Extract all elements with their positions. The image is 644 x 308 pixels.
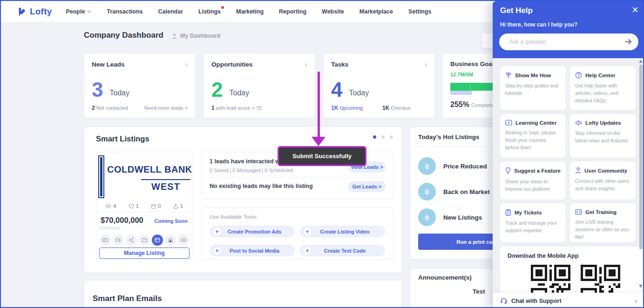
send-icon[interactable] — [624, 38, 632, 45]
help-circle-icon — [575, 72, 582, 79]
get-leads-button[interactable]: Get Leads > — [348, 181, 386, 192]
text-code-icon[interactable] — [178, 234, 189, 246]
tasks-value: 4 — [331, 80, 342, 99]
no-leads-text: No existing leads may like this listing — [210, 183, 313, 189]
my-tickets-card[interactable]: My Tickets Track and manage your support… — [500, 203, 566, 242]
learning-center-card[interactable]: Learning Center Retiring in Sept, please… — [500, 114, 566, 158]
hot-listings-title: Today's Hot Listings — [418, 134, 479, 141]
listing-photo[interactable]: COLDWELL BANKER WEST — [96, 152, 192, 201]
carousel-dot-1[interactable] — [373, 135, 376, 139]
nav-item-marketplace[interactable]: Marketplace — [359, 8, 393, 15]
share-social-icon[interactable] — [126, 234, 137, 246]
open-house-icon[interactable] — [165, 234, 176, 246]
count-badge: 0 — [418, 183, 436, 201]
nav-item-settings[interactable]: Settings — [408, 8, 431, 15]
user-community-card[interactable]: User Community Connect with other users … — [570, 161, 636, 200]
heart-icon — [129, 204, 134, 209]
annotation-arrow-line — [318, 72, 320, 138]
coldwell-logo-bar — [98, 155, 104, 198]
need-more-leads-link[interactable]: Need more leads > — [144, 105, 188, 111]
listing-video-icon[interactable] — [113, 234, 124, 246]
carousel-dot-2[interactable] — [381, 135, 385, 139]
clipboard-icon — [505, 209, 511, 216]
app-window: Lofty People Transactions Calendar Listi… — [0, 0, 644, 308]
lightbulb-icon — [505, 167, 511, 174]
my-dashboard-toggle[interactable]: My Dashboard — [171, 33, 220, 39]
nav-item-website[interactable]: Website — [322, 8, 344, 15]
back-on-market-row[interactable]: 0 Back on Market — [418, 183, 490, 201]
count-badge: 0 — [418, 157, 436, 175]
scrollbar-up-arrow[interactable] — [639, 60, 643, 63]
nav-item-marketing[interactable]: Marketing — [236, 8, 264, 15]
nav-item-calendar[interactable]: Calendar — [158, 8, 183, 15]
listing-brand-line2: WEST — [141, 179, 190, 192]
help-center-card[interactable]: Help Center Get help faster with article… — [570, 66, 636, 110]
chevron-right-icon: › — [185, 60, 188, 68]
speaker-icon — [575, 120, 582, 126]
user-icon — [575, 167, 581, 174]
chat-support-label: Chat with Support — [511, 298, 562, 304]
post-to-social-media-button[interactable]: +Post to Social Media — [210, 245, 295, 256]
scrollbar-thumb[interactable] — [639, 65, 643, 249]
chevron-right-icon: › — [424, 60, 427, 68]
nav-item-listings[interactable]: Listings — [198, 8, 221, 15]
help-greeting: Hi there, how can I help you? — [500, 21, 577, 28]
nav-item-people[interactable]: People — [66, 8, 91, 15]
scrollbar-down-arrow[interactable] — [639, 285, 643, 288]
upcoming-link[interactable]: Upcoming — [339, 105, 363, 111]
notification-dot — [221, 6, 224, 9]
chevron-right-icon: › — [305, 60, 307, 68]
new-leads-value: 3 — [92, 80, 103, 99]
suggest-feature-card[interactable]: Suggest a Feature Share your ideas to im… — [500, 161, 566, 200]
announcement-item[interactable]: Test — [473, 288, 485, 295]
smart-plan-emails-title: Smart Plan Emails — [93, 294, 162, 303]
lofty-brand[interactable]: Lofty — [17, 7, 52, 17]
lofty-updates-card[interactable]: Lofty Updates Stay informed on the lates… — [570, 114, 636, 158]
plus-icon: + — [304, 228, 311, 235]
nav-items: People Transactions Calendar Listings Ma… — [66, 8, 431, 15]
card-title: Tasks — [331, 61, 348, 68]
close-icon[interactable]: × — [632, 3, 638, 17]
folder-icon[interactable] — [139, 234, 150, 246]
signpost-icon — [505, 72, 512, 79]
overdue-link[interactable]: Overdue — [391, 105, 410, 111]
nav-item-reporting[interactable]: Reporting — [279, 8, 306, 15]
annotation-arrow-head — [312, 137, 325, 146]
plus-icon: + — [213, 228, 221, 235]
manage-listing-button[interactable]: Manage Listing — [99, 248, 190, 259]
chevron-down-icon — [87, 10, 91, 13]
new-leads-card[interactable]: New Leads› 3Today 2 Not contacted Need m… — [84, 53, 196, 118]
card-title: Opportunities — [211, 61, 253, 68]
opportunities-card[interactable]: Opportunities› 2Today 1 with lead score … — [203, 53, 315, 118]
get-help-title: Get Help — [500, 6, 533, 15]
ask-question-input[interactable] — [509, 33, 621, 50]
price-reduced-row[interactable]: 0 Price Reduced — [418, 157, 487, 175]
training-card-icon — [575, 209, 582, 215]
ask-question-field — [499, 33, 638, 50]
get-training-card[interactable]: Get Training Join LIVE training sessions… — [570, 203, 636, 242]
submit-success-toast: Submit Successfully — [278, 146, 366, 166]
tools-label: Use Available Tools: — [210, 214, 258, 220]
listing-card-icon-active[interactable] — [152, 234, 163, 246]
listing-card: COLDWELL BANKER WEST 4 1 0 1 $70,000,000… — [96, 152, 192, 260]
listing-skeleton-bar — [98, 227, 121, 230]
tasks-card[interactable]: Tasks› 4Today 1K Upcoming 1K Overdue — [323, 53, 435, 118]
smart-plan-emails-card: Smart Plan Emails — [84, 280, 402, 308]
create-listing-video-button[interactable]: +Create Listing Video — [300, 226, 385, 237]
listing-action-icons — [100, 234, 189, 246]
eye-icon — [105, 204, 111, 208]
show-me-how-card[interactable]: Show Me How Step-by-step guides and tuto… — [500, 66, 566, 110]
create-promotion-ads-button[interactable]: +Create Promotion Ads — [210, 226, 295, 237]
promotion-ads-icon[interactable] — [100, 234, 111, 246]
lofty-logo-icon — [17, 7, 27, 17]
opportunities-value: 2 — [211, 80, 223, 99]
carousel-dot-3[interactable] — [390, 135, 393, 139]
card-title: New Leads — [92, 61, 125, 68]
brand-name: Lofty — [30, 7, 52, 17]
plus-icon: + — [213, 247, 221, 254]
chat-with-support-bar[interactable]: Chat with Support › — [493, 293, 644, 308]
share-icon — [173, 203, 178, 209]
create-text-code-button[interactable]: +Create Text Code — [300, 245, 385, 256]
nav-item-transactions[interactable]: Transactions — [107, 8, 142, 15]
new-listings-row[interactable]: 0 New Listings — [418, 208, 482, 226]
